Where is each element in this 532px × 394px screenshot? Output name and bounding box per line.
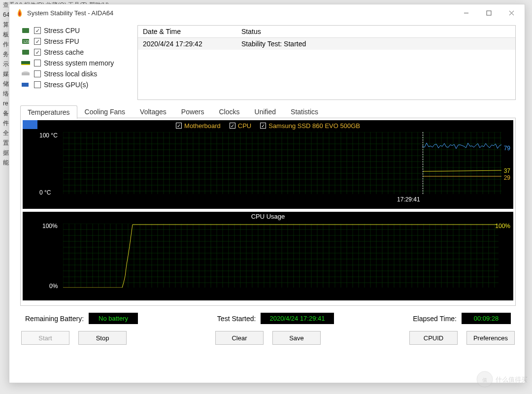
- legend-label: Samsung SSD 860 EVO 500GB: [268, 122, 360, 130]
- disk-icon: [20, 70, 31, 77]
- elapsed-value: 00:09:28: [462, 313, 511, 324]
- y-axis-bottom: 0%: [49, 283, 58, 290]
- checkbox-icon: [34, 60, 41, 66]
- started-value: 2020/4/24 17:29:41: [261, 313, 333, 324]
- tab-cooling-fans[interactable]: Cooling Fans: [77, 105, 133, 118]
- stress-option-label: Stress FPU: [44, 37, 79, 45]
- cpu-usage-graph: CPU Usage 100% 0% 100%: [23, 212, 513, 300]
- fpu-icon: 123: [20, 38, 31, 45]
- stress-option-label: Stress CPU: [44, 27, 80, 34]
- y-axis-top: 100%: [42, 223, 58, 230]
- svg-text:什么值得买: 什么值得买: [495, 376, 528, 383]
- checkbox-icon: [230, 123, 235, 129]
- time-marker-label: 17:29:41: [397, 196, 420, 203]
- gpu-icon: [20, 81, 31, 88]
- checkbox-icon: [34, 81, 41, 88]
- stress-option-label: Stress cache: [44, 48, 84, 56]
- close-button[interactable]: [500, 5, 523, 20]
- stress-option-label: Stress local disks: [44, 70, 97, 78]
- temperature-graph: Motherboard CPU Samsung SSD 860 EVO 500G…: [23, 120, 513, 209]
- clear-button[interactable]: Clear: [215, 331, 264, 345]
- cpuid-button[interactable]: CPUID: [409, 331, 458, 345]
- reading-mb: 37: [504, 167, 510, 174]
- tab-panel: Motherboard CPU Samsung SSD 860 EVO 500G…: [20, 118, 516, 306]
- maximize-button[interactable]: [477, 5, 500, 20]
- svg-text:值: 值: [482, 377, 487, 383]
- window-title: System Stability Test - AIDA64: [27, 9, 455, 17]
- log-header-row: Date & Time Status: [138, 26, 515, 38]
- minimize-button[interactable]: [455, 5, 477, 20]
- started-label: Test Started:: [217, 315, 256, 323]
- stress-option-cpu[interactable]: Stress CPU: [20, 25, 129, 36]
- stress-option-disk[interactable]: Stress local disks: [20, 68, 129, 79]
- checkbox-icon: [176, 123, 182, 129]
- checkbox-icon: [260, 123, 266, 129]
- app-icon: [15, 8, 24, 17]
- checkbox-icon: [34, 27, 41, 34]
- svg-rect-8: [21, 61, 30, 64]
- stress-option-gpu[interactable]: Stress GPU(s): [20, 79, 129, 90]
- stress-option-ram[interactable]: Stress system memory: [20, 58, 129, 68]
- graph-color-indicator: [23, 120, 37, 129]
- stress-option-label: Stress system memory: [44, 59, 114, 67]
- cache-icon: [20, 49, 31, 56]
- svg-rect-11: [22, 73, 30, 75]
- preferences-button[interactable]: Preferences: [466, 331, 515, 345]
- log-cell-st: Stability Test: Started: [236, 38, 515, 50]
- svg-rect-4: [22, 28, 29, 33]
- legend-label: CPU: [238, 122, 251, 130]
- svg-rect-1: [487, 11, 491, 15]
- tab-temperatures[interactable]: Temperatures: [20, 105, 77, 119]
- log-cell-dt: 2020/4/24 17:29:42: [138, 38, 236, 50]
- checkbox-icon: [34, 70, 41, 77]
- cpu-grid: [63, 224, 499, 288]
- checkbox-icon: [34, 49, 41, 56]
- stop-button[interactable]: Stop: [78, 331, 127, 345]
- temperature-legend: Motherboard CPU Samsung SSD 860 EVO 500G…: [23, 120, 513, 131]
- log-table[interactable]: Date & Time Status 2020/4/24 17:29:42Sta…: [137, 25, 516, 100]
- elapsed-label: Elapsed Time:: [413, 315, 457, 323]
- battery-label: Remaining Battery:: [25, 315, 84, 323]
- checkbox-icon: [34, 38, 41, 45]
- reading-cpu: 79: [504, 145, 510, 152]
- y-axis-top: 100 °C: [39, 132, 58, 139]
- cpu-value-label: 100%: [495, 223, 510, 230]
- cpu-graph-title: CPU Usage: [23, 212, 513, 222]
- stability-test-window: System Stability Test - AIDA64 Stress CP…: [9, 4, 525, 383]
- start-button[interactable]: Start: [21, 331, 69, 345]
- tab-unified[interactable]: Unified: [247, 105, 284, 118]
- cpu-icon: [20, 27, 31, 34]
- tab-powers[interactable]: Powers: [174, 105, 212, 118]
- ram-icon: [20, 60, 31, 66]
- temperature-grid: [63, 132, 501, 194]
- battery-value: No battery: [89, 313, 138, 324]
- log-header-status: Status: [236, 26, 515, 37]
- reading-ssd: 29: [504, 174, 510, 181]
- graph-tabs: TemperaturesCooling FansVoltagesPowersCl…: [20, 105, 516, 118]
- tab-clocks[interactable]: Clocks: [212, 105, 247, 118]
- save-button[interactable]: Save: [272, 331, 321, 345]
- button-row: Start Stop Clear Save CPUID Preferences: [20, 327, 516, 345]
- stress-option-cache[interactable]: Stress cache: [20, 47, 129, 58]
- svg-rect-12: [22, 83, 29, 87]
- stress-option-fpu[interactable]: 123 Stress FPU: [20, 36, 129, 47]
- stress-option-label: Stress GPU(s): [44, 81, 88, 89]
- time-marker: [423, 132, 423, 194]
- stress-options-list: Stress CPU123 Stress FPU Stress cache St…: [20, 25, 129, 90]
- status-row: Remaining Battery: No battery Test Start…: [20, 306, 516, 327]
- svg-text:123: 123: [23, 40, 29, 43]
- tab-statistics[interactable]: Statistics: [283, 105, 326, 118]
- log-header-datetime: Date & Time: [138, 26, 236, 37]
- log-row[interactable]: 2020/4/24 17:29:42Stability Test: Starte…: [138, 38, 515, 50]
- legend-cpu[interactable]: CPU: [230, 122, 251, 130]
- legend-motherboard[interactable]: Motherboard: [176, 122, 221, 130]
- title-bar: System Stability Test - AIDA64: [9, 4, 525, 21]
- legend-ssd[interactable]: Samsung SSD 860 EVO 500GB: [260, 122, 360, 130]
- tab-voltages[interactable]: Voltages: [133, 105, 174, 118]
- y-axis-bottom: 0 °C: [39, 189, 51, 196]
- legend-label: Motherboard: [184, 122, 221, 130]
- watermark: 值 什么值得买: [475, 369, 529, 391]
- svg-rect-7: [22, 50, 29, 55]
